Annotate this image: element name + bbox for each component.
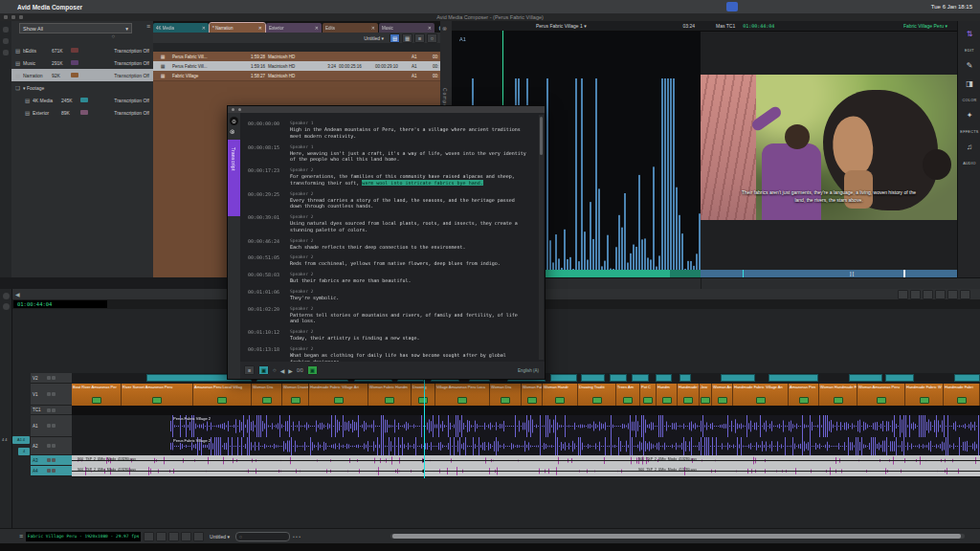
effect-badge-icon[interactable]	[623, 397, 633, 404]
entry-speaker[interactable]: Speaker 2	[290, 272, 527, 276]
entry-speaker[interactable]: Speaker 2	[290, 329, 527, 334]
effect-badge-icon[interactable]	[718, 397, 727, 404]
bin-tab[interactable]: * Narration ✕	[210, 23, 265, 33]
clip-name[interactable]: Fabric Village	[172, 74, 232, 78]
app-menu-title[interactable]: Avid Media Composer	[17, 4, 82, 11]
entry-timestamp[interactable]: 00:01:02:20	[240, 306, 290, 325]
text-view-button[interactable]: ▤	[390, 33, 400, 43]
source-patch-badge-a4[interactable]: 4	[18, 448, 30, 455]
entry-speaker[interactable]: Speaker 2	[290, 238, 527, 243]
timeline-video-clip[interactable]: Woman An	[712, 384, 733, 406]
record-video-frame[interactable]: Their fabrics aren't just garments, they…	[701, 75, 957, 220]
entry-text[interactable]: What began as clothing for daily life ha…	[290, 352, 527, 362]
entry-speaker[interactable]: Speaker 2	[290, 191, 527, 196]
transcript-scrollbar[interactable]	[539, 115, 544, 360]
track-name[interactable]: A1	[33, 424, 46, 429]
timeline-video-clip[interactable]: Handmade Pot	[678, 384, 700, 406]
search-icon[interactable]: ○	[273, 367, 277, 373]
track-monitor-button[interactable]	[52, 408, 56, 412]
entry-timestamp[interactable]: 00:00:00:00	[240, 121, 290, 140]
effect-badge-icon[interactable]	[92, 397, 101, 404]
transcript-list[interactable]: 00:00:00:00 Speaker 1 High in the Andean…	[240, 113, 537, 362]
track-lane-a1[interactable]: Perus Fabric Village 2	[72, 415, 980, 438]
transcript-entry[interactable]: 00:01:13:18 Speaker 2 What began as clot…	[240, 346, 537, 362]
record-position-indicator[interactable]	[903, 270, 905, 277]
close-icon[interactable]: ⊗	[442, 25, 447, 32]
hamburger-menu-icon[interactable]: ≡	[244, 365, 255, 375]
timeline-playhead[interactable]	[424, 373, 425, 478]
hamburger-menu-icon[interactable]: ≡	[146, 23, 150, 30]
effect-badge-icon[interactable]	[527, 397, 537, 404]
filler-clip[interactable]	[550, 374, 577, 382]
timeline-tool-button[interactable]	[960, 290, 970, 299]
timeline-view-button[interactable]	[193, 532, 204, 541]
timeline-video-clip[interactable]: Woman Handmade Fa	[819, 384, 858, 406]
transcript-entry[interactable]: 00:00:17:23 Speaker 2 For generations, t…	[240, 167, 537, 187]
track-header[interactable]: V1	[31, 384, 72, 406]
transcribe-button[interactable]: ▣	[258, 365, 269, 375]
bin-color-chip[interactable]	[71, 48, 78, 53]
bin-color-chip[interactable]	[71, 73, 78, 77]
timeline-video-clip[interactable]: Drawing Traditi	[578, 384, 616, 406]
close-icon[interactable]: ✕	[202, 25, 206, 31]
entry-speaker[interactable]: Speaker 2	[290, 289, 527, 294]
workspace-rail-item[interactable]: ✦	[958, 111, 980, 121]
track-name[interactable]: TC1	[33, 408, 46, 412]
sequence-menu[interactable]: Fabric Village Peru ▾	[903, 23, 947, 29]
timeline-video-clip[interactable]: Trees Am	[616, 384, 640, 406]
timeline-video-clip[interactable]: Woman Amazonas Peru	[858, 384, 905, 406]
effects-palette-tab-icon[interactable]	[3, 38, 9, 44]
entry-text[interactable]: They're symbolic.	[290, 295, 527, 301]
track-name[interactable]: A4	[33, 469, 46, 474]
menubar-clock[interactable]: Tue 6 Jan 18:15	[931, 4, 972, 10]
bin-view-preset-dropdown[interactable]: Untitled ▾	[364, 35, 384, 41]
transcript-entry[interactable]: 00:01:10:12 Speaker 2 Today, their artis…	[240, 329, 537, 342]
overflow-dots-icon[interactable]: • • •	[293, 534, 301, 540]
filler-clip[interactable]	[679, 374, 691, 382]
bin-clip-row[interactable]: ▦ Fabric Village 1:58:27 Macintosh HD A1…	[153, 71, 440, 81]
track-lock-button[interactable]	[47, 376, 51, 380]
timeline-tool-button[interactable]	[923, 290, 933, 299]
menubar-status-icon[interactable]	[726, 2, 738, 11]
timeline-video-clip[interactable]: Woman Drawing	[282, 384, 309, 406]
transcript-entry[interactable]: 00:01:01:06 Speaker 2 They're symbolic.	[240, 289, 537, 301]
script-view-button[interactable]: ≡	[414, 33, 425, 43]
bin-color-chip[interactable]	[80, 110, 88, 115]
timeline-horizontal-scrollbar[interactable]	[390, 534, 965, 539]
timeline-video-clip[interactable]: Village Amazonas Peru Loca	[435, 384, 490, 406]
export-button[interactable]: ▣	[307, 365, 318, 375]
scrollbar-thumb[interactable]	[540, 117, 543, 155]
close-icon[interactable]: ✕	[315, 25, 319, 31]
entry-timestamp[interactable]: 00:00:17:23	[240, 167, 290, 187]
workspace-rail-item[interactable]: ✎	[958, 61, 980, 71]
track-lock-button[interactable]	[47, 408, 51, 412]
source-patch-badge-a3[interactable]: A1 4	[12, 436, 30, 444]
timeline-view-button[interactable]	[181, 532, 191, 541]
workspace-rail-item[interactable]: ◨	[958, 79, 980, 89]
timeline-tool-button[interactable]	[947, 290, 958, 299]
track-monitor-button[interactable]	[52, 392, 56, 396]
track-monitor-button[interactable]	[52, 424, 56, 428]
transcript-entry[interactable]: 00:00:51:05 Speaker 2 Reds from cochinea…	[240, 254, 537, 267]
transcript-entry[interactable]: 00:01:02:20 Speaker 2 Patterns tell stor…	[240, 306, 537, 325]
track-name[interactable]: A3	[33, 458, 46, 463]
entry-text[interactable]: Today, their artistry is finding a new s…	[290, 335, 527, 342]
bin-filter-dropdown[interactable]: Show All▾	[19, 23, 132, 33]
entry-speaker[interactable]: Speaker 2	[290, 306, 527, 311]
workspace-rail-item[interactable]: ♫	[958, 143, 980, 152]
bin-list-item[interactable]: ▤ Narration 92K Transcription Off	[11, 69, 153, 81]
gear-icon[interactable]: ⚙	[230, 117, 238, 125]
effect-badge-icon[interactable]	[501, 397, 510, 404]
bin-list-item[interactable]: ▤ Music 291K Transcription Off	[11, 56, 153, 69]
search-icon[interactable]: ○	[427, 33, 437, 43]
track-monitor-button[interactable]	[52, 469, 56, 473]
timeline-video-clip[interactable]: Jew	[700, 384, 712, 406]
entry-text[interactable]: Using natural dyes sourced from local pl…	[290, 220, 527, 233]
effect-badge-icon[interactable]	[701, 397, 710, 404]
track-monitor-button[interactable]	[52, 458, 56, 462]
entry-text[interactable]: Reds from cochineal, yellows from native…	[290, 260, 527, 267]
timeline-tool-button[interactable]	[935, 290, 946, 299]
effect-badge-icon[interactable]	[643, 397, 653, 404]
filler-clip[interactable]	[632, 374, 649, 382]
timeline-video-clip[interactable]: Boat River Amazonas Per	[72, 384, 122, 406]
